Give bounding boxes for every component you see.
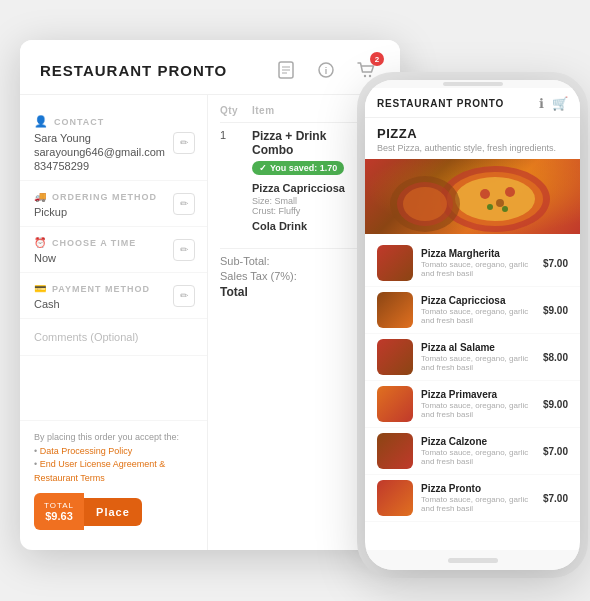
total-badge: TOTAL $9.63 <box>34 493 84 530</box>
contact-phone: 834758299 <box>34 160 193 172</box>
payment-method-edit-btn[interactable]: ✏ <box>173 285 195 307</box>
menu-item-name: Pizza Calzone <box>421 436 535 447</box>
data-policy-link[interactable]: Data Processing Policy <box>40 446 133 456</box>
menu-item-info: Pizza Margherita Tomato sauce, oregano, … <box>421 248 535 278</box>
contact-name: Sara Young <box>34 132 193 144</box>
contact-label: 👤 CONTACT <box>34 115 193 128</box>
place-order-btn[interactable]: Place <box>84 498 142 526</box>
phone-home-bar <box>365 550 580 570</box>
main-body: 👤 CONTACT Sara Young sarayoung646@gmail.… <box>20 95 400 550</box>
choose-time-value: Now <box>34 252 193 264</box>
savings-text: You saved: 1.70 <box>270 163 337 173</box>
phone-notch-bar <box>443 82 503 86</box>
cart-icon-btn[interactable]: 2 <box>352 56 380 84</box>
choose-time-section: ⏰ CHOOSE A TIME Now ✏ <box>20 227 207 273</box>
ordering-method-label: 🚚 ORDERING METHOD <box>34 191 193 202</box>
combo-name: Pizza + Drink Combo <box>252 129 348 157</box>
subtotal-label: Sub-Total: <box>220 255 270 267</box>
menu-item-info: Pizza Capricciosa Tomato sauce, oregano,… <box>421 295 535 325</box>
menu-item-desc: Tomato sauce, oregano, garlic and fresh … <box>421 448 535 466</box>
menu-item-thumbnail <box>377 292 413 328</box>
menu-item-info: Pizza Calzone Tomato sauce, oregano, gar… <box>421 436 535 466</box>
menu-item-desc: Tomato sauce, oregano, garlic and fresh … <box>421 401 535 419</box>
phone-menu-item[interactable]: Pizza Margherita Tomato sauce, oregano, … <box>365 240 580 287</box>
total-amount: $9.63 <box>44 510 74 522</box>
check-icon: ✓ <box>259 163 267 173</box>
comments-section: Comments (Optional) <box>20 319 207 356</box>
phone-header-icons: ℹ 🛒 <box>539 96 568 111</box>
menu-item-desc: Tomato sauce, oregano, garlic and fresh … <box>421 495 535 513</box>
phone-notch <box>365 80 580 88</box>
header-icons: i 2 <box>272 56 380 84</box>
svg-point-7 <box>369 75 371 77</box>
receipt-icon-btn[interactable] <box>272 56 300 84</box>
info-icon-btn[interactable]: i <box>312 56 340 84</box>
menu-item-desc: Tomato sauce, oregano, garlic and fresh … <box>421 354 535 372</box>
menu-item-desc: Tomato sauce, oregano, garlic and fresh … <box>421 307 535 325</box>
total-row: Total <box>220 285 388 299</box>
phone-menu-item[interactable]: Pizza Primavera Tomato sauce, oregano, g… <box>365 381 580 428</box>
tax-label: Sales Tax (7%): <box>220 270 297 282</box>
cart-badge: 2 <box>370 52 384 66</box>
menu-item-price: $9.00 <box>543 305 568 316</box>
menu-item-name: Pizza Primavera <box>421 389 535 400</box>
contact-section: 👤 CONTACT Sara Young sarayoung646@gmail.… <box>20 105 207 181</box>
home-bar-button[interactable] <box>448 558 498 563</box>
item-col-header: Item <box>252 105 348 116</box>
place-order-bar: TOTAL $9.63 Place <box>34 493 193 530</box>
phone-info-icon[interactable]: ℹ <box>539 96 544 111</box>
main-card: RESTAURANT PRONTO i <box>20 40 400 550</box>
phone-overlay: RESTAURANT PRONTO ℹ 🛒 PIZZA Best Pizza, … <box>365 80 580 570</box>
total-label: TOTAL <box>44 501 74 510</box>
truck-icon: 🚚 <box>34 191 47 202</box>
left-panel: 👤 CONTACT Sara Young sarayoung646@gmail.… <box>20 95 208 550</box>
terms-text: By placing this order you accept the: • … <box>34 431 193 485</box>
svg-point-18 <box>403 187 447 221</box>
menu-item-name: Pizza Pronto <box>421 483 535 494</box>
phone-menu-list: Pizza Margherita Tomato sauce, oregano, … <box>365 234 580 550</box>
phone-menu-item[interactable]: Pizza Calzone Tomato sauce, oregano, gar… <box>365 428 580 475</box>
pencil-icon-3: ✏ <box>180 244 188 255</box>
menu-item-info: Pizza Pronto Tomato sauce, oregano, garl… <box>421 483 535 513</box>
menu-item-name: Pizza Capricciosa <box>421 295 535 306</box>
qty-col-header: Qty <box>220 105 252 116</box>
menu-item-price: $8.00 <box>543 352 568 363</box>
contact-edit-btn[interactable]: ✏ <box>173 132 195 154</box>
menu-item-name: Pizza Margherita <box>421 248 535 259</box>
phone-header: RESTAURANT PRONTO ℹ 🛒 <box>365 88 580 118</box>
pencil-icon-2: ✏ <box>180 198 188 209</box>
app-title: RESTAURANT PRONTO <box>40 62 227 79</box>
ordering-method-edit-btn[interactable]: ✏ <box>173 193 195 215</box>
order-item-combo: 1 Pizza + Drink Combo 9.00 ✓ You saved: … <box>220 129 388 232</box>
phone-app-title: RESTAURANT PRONTO <box>377 98 504 109</box>
card-icon: 💳 <box>34 283 47 294</box>
tax-row: Sales Tax (7%): <box>220 270 388 282</box>
menu-item-thumbnail <box>377 433 413 469</box>
item-qty: 1 <box>220 129 252 141</box>
phone-cart-icon[interactable]: 🛒 <box>552 96 568 111</box>
pencil-icon: ✏ <box>180 137 188 148</box>
svg-point-13 <box>505 187 515 197</box>
eula-link[interactable]: End User License Agreement & Restaurant … <box>34 459 165 483</box>
phone-menu-item[interactable]: Pizza Pronto Tomato sauce, oregano, garl… <box>365 475 580 522</box>
terms-section: By placing this order you accept the: • … <box>20 420 207 540</box>
menu-item-price: $7.00 <box>543 258 568 269</box>
menu-item-desc: Tomato sauce, oregano, garlic and fresh … <box>421 260 535 278</box>
choose-time-edit-btn[interactable]: ✏ <box>173 239 195 261</box>
svg-point-11 <box>480 189 490 199</box>
pencil-icon-4: ✏ <box>180 290 188 301</box>
menu-item-price: $7.00 <box>543 446 568 457</box>
total-row-label: Total <box>220 285 248 299</box>
ordering-method-section: 🚚 ORDERING METHOD Pickup ✏ <box>20 181 207 227</box>
menu-item-name: Pizza al Salame <box>421 342 535 353</box>
phone-menu-item[interactable]: Pizza al Salame Tomato sauce, oregano, g… <box>365 334 580 381</box>
phone-section-title: PIZZA <box>365 118 580 143</box>
svg-text:i: i <box>325 66 328 76</box>
combo-row: 1 Pizza + Drink Combo 9.00 <box>220 129 388 157</box>
menu-item-thumbnail <box>377 480 413 516</box>
choose-time-label: ⏰ CHOOSE A TIME <box>34 237 193 248</box>
phone-menu-item[interactable]: Pizza Capricciosa Tomato sauce, oregano,… <box>365 287 580 334</box>
savings-badge: ✓ You saved: 1.70 <box>252 161 344 175</box>
payment-method-value: Cash <box>34 298 193 310</box>
phone-section-subtitle: Best Pizza, authentic style, fresh ingre… <box>365 143 580 159</box>
